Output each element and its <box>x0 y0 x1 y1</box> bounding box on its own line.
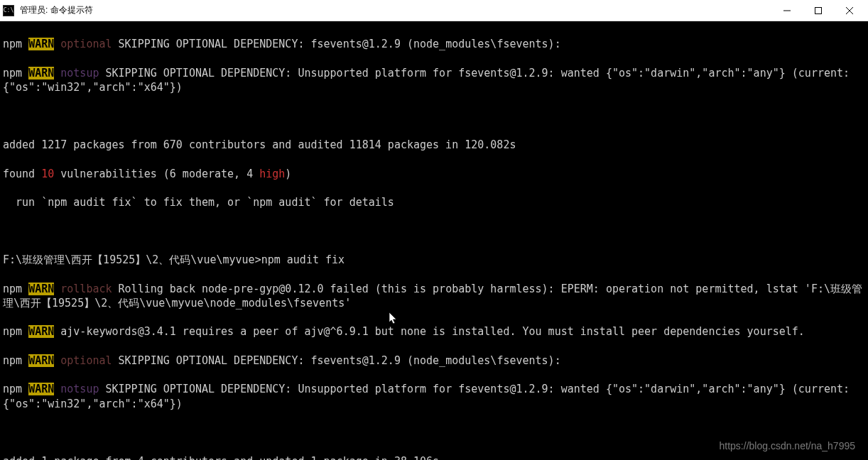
warn-badge: WARN <box>28 283 54 295</box>
watermark-text: https://blog.csdn.net/na_h7995 <box>720 440 855 451</box>
warn-badge: WARN <box>28 325 54 338</box>
cmd-icon: C:\ <box>3 5 14 16</box>
output-line: added 1217 packages from 670 contributor… <box>3 138 865 152</box>
output-line: npm WARN rollback Rolling back node-pre-… <box>3 282 865 311</box>
warn-badge: WARN <box>28 67 54 80</box>
output-line: npm WARN ajv-keywords@3.4.1 requires a p… <box>3 324 865 339</box>
window-controls <box>771 1 865 21</box>
window-title: 管理员: 命令提示符 <box>20 4 771 16</box>
output-line: found 10 vulnerabilities (6 moderate, 4 … <box>3 167 865 181</box>
prompt-line: F:\班级管理\西开【19525】\2、代码\vue\myvue>npm aud… <box>3 253 865 267</box>
output-line: npm WARN notsup SKIPPING OPTIONAL DEPEND… <box>3 382 865 411</box>
window-titlebar: C:\ 管理员: 命令提示符 <box>0 0 868 21</box>
output-line: npm WARN optional SKIPPING OPTIONAL DEPE… <box>3 354 865 368</box>
output-line <box>3 425 865 439</box>
warn-badge: WARN <box>28 354 54 367</box>
warn-badge: WARN <box>28 383 54 395</box>
output-line: npm WARN optional SKIPPING OPTIONAL DEPE… <box>3 37 865 51</box>
output-line <box>3 224 865 239</box>
output-line: added 1 package from 4 contributors and … <box>3 454 865 461</box>
warn-badge: WARN <box>28 38 54 50</box>
close-button[interactable] <box>834 1 865 21</box>
maximize-button[interactable] <box>803 1 834 21</box>
output-line: run `npm audit fix` to fix them, or `npm… <box>3 195 865 209</box>
minimize-button[interactable] <box>771 1 803 21</box>
svg-rect-1 <box>815 7 822 13</box>
terminal-output[interactable]: npm WARN optional SKIPPING OPTIONAL DEPE… <box>0 21 868 460</box>
output-line <box>3 109 865 124</box>
output-line: npm WARN notsup SKIPPING OPTIONAL DEPEND… <box>3 66 865 95</box>
